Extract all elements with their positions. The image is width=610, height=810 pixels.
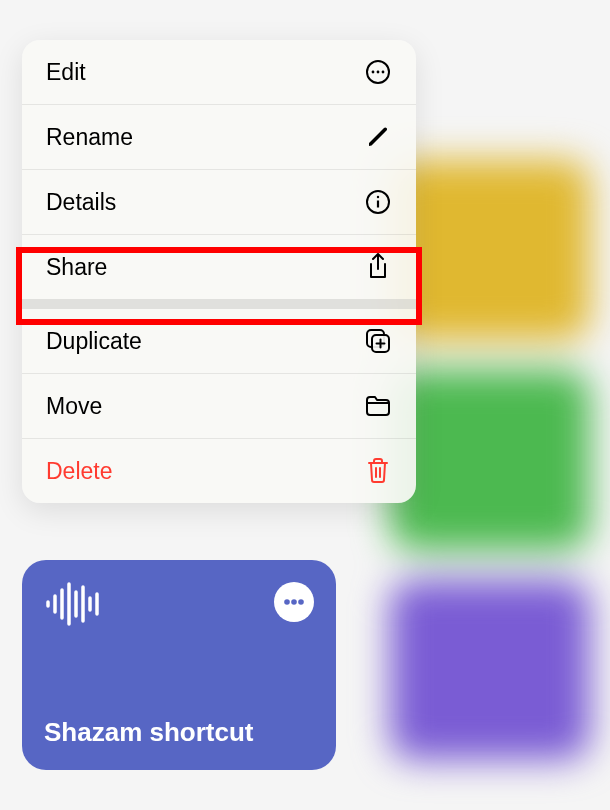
- pencil-icon: [364, 123, 392, 151]
- waveform-icon: [44, 582, 104, 626]
- svg-point-22: [284, 599, 290, 605]
- menu-item-details[interactable]: Details: [22, 170, 416, 235]
- menu-label-delete: Delete: [46, 458, 112, 485]
- menu-item-delete[interactable]: Delete: [22, 439, 416, 503]
- menu-divider: [22, 299, 416, 309]
- info-icon: [364, 188, 392, 216]
- ellipsis-icon: [282, 590, 306, 614]
- svg-point-2: [377, 71, 380, 74]
- context-menu: Edit Rename Details: [22, 40, 416, 503]
- bg-card-yellow: [390, 160, 590, 340]
- svg-point-1: [372, 71, 375, 74]
- menu-label-rename: Rename: [46, 124, 133, 151]
- svg-point-23: [291, 599, 297, 605]
- menu-item-share[interactable]: Share: [22, 235, 416, 299]
- menu-item-edit[interactable]: Edit: [22, 40, 416, 105]
- svg-point-3: [382, 71, 385, 74]
- menu-label-edit: Edit: [46, 59, 86, 86]
- duplicate-icon: [364, 327, 392, 355]
- menu-item-move[interactable]: Move: [22, 374, 416, 439]
- card-title: Shazam shortcut: [44, 717, 314, 748]
- card-more-button[interactable]: [274, 582, 314, 622]
- trash-icon: [364, 457, 392, 485]
- svg-point-5: [377, 196, 379, 198]
- menu-label-details: Details: [46, 189, 116, 216]
- more-circle-icon: [364, 58, 392, 86]
- menu-label-move: Move: [46, 393, 102, 420]
- menu-label-share: Share: [46, 254, 107, 281]
- bg-card-purple: [390, 580, 590, 760]
- menu-item-duplicate[interactable]: Duplicate: [22, 309, 416, 374]
- menu-label-duplicate: Duplicate: [46, 328, 142, 355]
- share-icon: [364, 253, 392, 281]
- menu-item-rename[interactable]: Rename: [22, 105, 416, 170]
- bg-card-green: [390, 370, 590, 550]
- shortcut-card[interactable]: Shazam shortcut: [22, 560, 336, 770]
- folder-icon: [364, 392, 392, 420]
- svg-point-24: [298, 599, 304, 605]
